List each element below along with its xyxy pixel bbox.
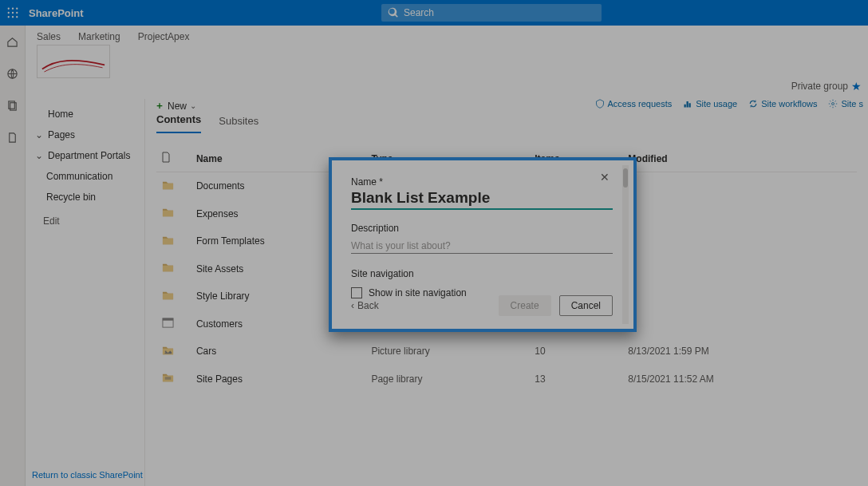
modal-overlay — [0, 0, 868, 486]
